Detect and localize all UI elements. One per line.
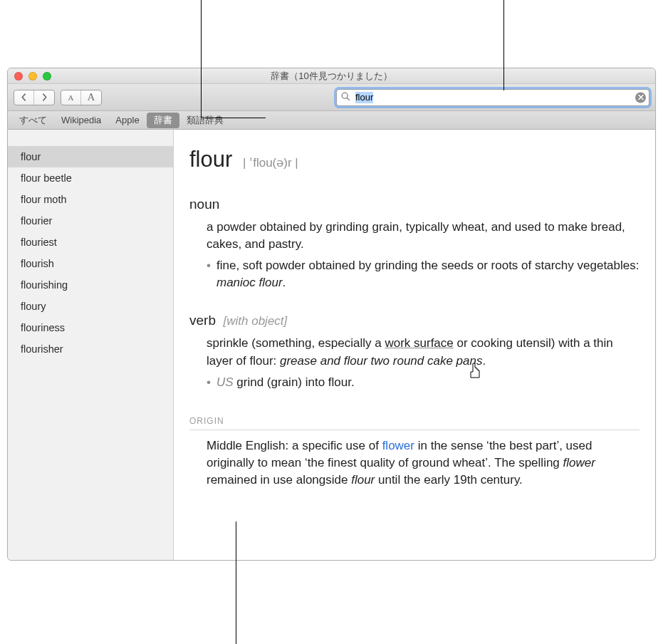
pronunciation: | ˈflou(ə)r | bbox=[243, 156, 298, 170]
content-area: flour flour beetle flour moth flourier f… bbox=[8, 130, 655, 560]
list-item[interactable]: flourishing bbox=[8, 274, 173, 296]
nav-buttons bbox=[14, 90, 55, 105]
font-size-buttons: A A bbox=[61, 90, 102, 105]
font-larger-button[interactable]: A bbox=[81, 90, 101, 105]
list-item[interactable]: floury bbox=[8, 296, 173, 317]
origin-heading: ORIGIN bbox=[189, 415, 639, 430]
source-tab-dictionary[interactable]: 辞書 bbox=[147, 113, 179, 128]
list-item[interactable]: flour moth bbox=[8, 189, 173, 210]
window-title: 辞書（10件見つかりました） bbox=[8, 70, 655, 83]
maximize-button[interactable] bbox=[43, 72, 51, 80]
origin-text: Middle English: a specific use of flower… bbox=[207, 437, 639, 489]
results-sidebar[interactable]: flour flour beetle flour moth flourier f… bbox=[8, 130, 174, 560]
callout-line-search bbox=[503, 0, 504, 90]
list-item[interactable]: flourisher bbox=[8, 338, 173, 360]
definition-noun: a powder obtained by grinding grain, typ… bbox=[207, 219, 639, 253]
search-field-wrap: flour flour bbox=[336, 89, 649, 106]
list-item[interactable]: flour beetle bbox=[8, 167, 173, 189]
etymology-link[interactable]: flower bbox=[382, 439, 414, 452]
sub-definition-noun: fine, soft powder obtained by grinding t… bbox=[207, 257, 639, 291]
list-item[interactable]: flouriest bbox=[8, 232, 173, 253]
titlebar: 辞書（10件見つかりました） bbox=[8, 68, 655, 84]
svg-line-1 bbox=[347, 98, 349, 100]
back-button[interactable] bbox=[14, 90, 34, 105]
clear-search-button[interactable] bbox=[635, 92, 646, 103]
search-input[interactable] bbox=[336, 89, 649, 106]
x-icon bbox=[638, 95, 644, 100]
font-smaller-button[interactable]: A bbox=[61, 90, 81, 105]
list-item[interactable]: flourier bbox=[8, 210, 173, 232]
list-item[interactable]: flouriness bbox=[8, 317, 173, 338]
definition-pane[interactable]: flour | ˈflou(ə)r | noun a powder obtain… bbox=[174, 130, 655, 560]
list-item[interactable]: flour bbox=[8, 146, 173, 167]
dictionary-window: 辞書（10件見つかりました） A A flour flour bbox=[7, 68, 656, 561]
chevron-left-icon bbox=[20, 93, 28, 101]
sub-definition-verb: US grind (grain) into flour. bbox=[207, 374, 639, 391]
definition-verb: sprinkle (something, especially a work s… bbox=[207, 335, 639, 369]
traffic-lights bbox=[8, 72, 51, 80]
source-tab-apple[interactable]: Apple bbox=[108, 113, 146, 127]
source-tab-thesaurus[interactable]: 類語辞典 bbox=[179, 113, 231, 128]
list-item[interactable]: flourish bbox=[8, 253, 173, 274]
forward-button[interactable] bbox=[34, 90, 54, 105]
callout-line-origin bbox=[236, 521, 236, 644]
chevron-right-icon bbox=[41, 93, 48, 101]
pos-verb: verb [with object] bbox=[189, 311, 639, 331]
callout-line-tabs-h bbox=[202, 118, 266, 118]
close-button[interactable] bbox=[14, 72, 23, 80]
callout-line-tabs bbox=[201, 0, 202, 118]
minimize-button[interactable] bbox=[28, 72, 37, 80]
pos-noun: noun bbox=[189, 195, 639, 214]
source-tab-wikipedia[interactable]: Wikipedia bbox=[54, 113, 108, 127]
source-tab-all[interactable]: すべて bbox=[12, 113, 54, 128]
cross-ref-link[interactable]: work surface bbox=[385, 336, 453, 350]
source-tabs: すべて Wikipedia Apple 辞書 類語辞典 bbox=[8, 111, 655, 130]
search-icon bbox=[341, 91, 350, 104]
headword: flour bbox=[189, 147, 232, 172]
toolbar: A A flour flour bbox=[8, 84, 655, 111]
